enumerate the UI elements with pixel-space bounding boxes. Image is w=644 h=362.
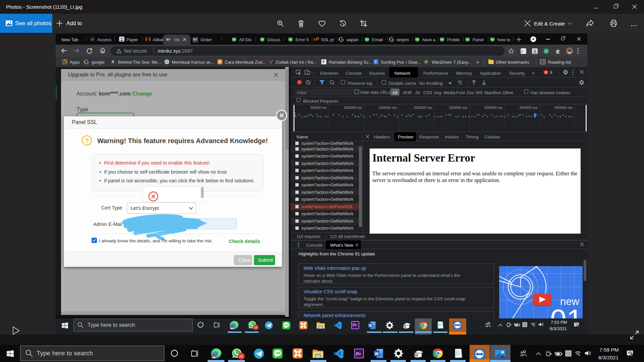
svg-text:W: W [369, 324, 372, 327]
svg-text:LINE: LINE [274, 352, 281, 355]
svg-text:W: W [375, 352, 379, 356]
svg-text:C: C [92, 39, 93, 41]
svg-text:?: ? [85, 137, 89, 144]
svg-text:01: 01 [550, 303, 583, 318]
svg-text:LINE: LINE [284, 324, 289, 326]
svg-text:5: 5 [550, 70, 552, 74]
